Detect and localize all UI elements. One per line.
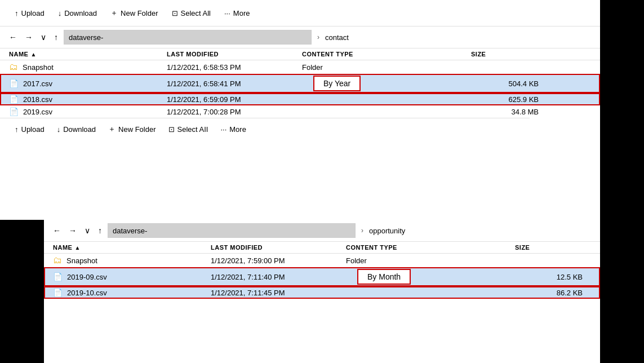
- upload-label-1: Upload: [21, 9, 45, 17]
- up-button-1[interactable]: ↑: [52, 32, 60, 43]
- col-modified-1[interactable]: LAST MODIFIED: [167, 51, 302, 57]
- select-all-button-inline[interactable]: ⊡ Select AII: [163, 122, 214, 137]
- address-bar-1: ← → ∨ ↑ › contact: [0, 26, 600, 48]
- file-icon: 📄: [9, 95, 19, 104]
- file-name-cell: 📄 2019.csv: [9, 107, 167, 116]
- folder-icon: 🗂: [53, 255, 62, 265]
- table-row[interactable]: 🗂 Snapshot 1/12/2021, 6:58:53 PM Folder: [0, 60, 600, 74]
- file-name: Snapshot: [23, 63, 54, 72]
- file-date: 1/12/2021, 7:11:45 PM: [211, 289, 346, 297]
- file-name-cell: 🗂 Snapshot: [53, 255, 211, 265]
- down-button-2[interactable]: ∨: [82, 225, 92, 236]
- file-name: 2019.csv: [23, 108, 52, 116]
- black-bar-bottom-right: [600, 220, 644, 363]
- file-name-cell: 📄 2019-10.csv: [53, 288, 211, 297]
- new-folder-label-1: New Folder: [121, 9, 158, 17]
- upload-icon-inline: ↑: [15, 125, 19, 134]
- new-folder-button-1[interactable]: ＋ New Folder: [105, 5, 163, 21]
- file-size: 12.5 KB: [515, 273, 583, 281]
- col-type-2[interactable]: CONTENT TYPE: [346, 244, 515, 251]
- path-input-2[interactable]: [108, 223, 356, 238]
- file-date: 1/12/2021, 6:59:09 PM: [167, 95, 302, 104]
- file-size: 34.8 MB: [471, 108, 539, 116]
- file-date: 1/12/2021, 6:58:41 PM: [167, 79, 302, 88]
- file-name: 2018.csv: [23, 95, 52, 104]
- table-row[interactable]: 📄 2019-09.csv 1/12/2021, 7:11:40 PM By M…: [44, 267, 600, 286]
- table-row[interactable]: 📄 2019.csv 1/12/2021, 7:00:28 PM 34.8 MB: [0, 105, 600, 118]
- more-label-1: More: [233, 9, 250, 17]
- col-name-2[interactable]: NAME ▲: [53, 244, 211, 251]
- file-name: Snapshot: [66, 256, 97, 265]
- file-icon: 📄: [9, 107, 19, 116]
- folder-icon: 🗂: [9, 62, 18, 72]
- forward-button-1[interactable]: →: [23, 32, 35, 43]
- table-row[interactable]: 📄 2018.csv 1/12/2021, 6:59:09 PM 625.9 K…: [0, 93, 600, 105]
- col-size-1[interactable]: SIZE: [471, 51, 539, 57]
- file-name-cell: 🗂 Snapshot: [9, 62, 167, 72]
- more-label-inline: More: [229, 125, 246, 134]
- download-icon-1: ↓: [58, 9, 62, 17]
- path-input-1[interactable]: [64, 30, 312, 45]
- download-button-1[interactable]: ↓ Download: [52, 6, 103, 21]
- file-name: 2019-10.csv: [67, 289, 107, 297]
- file-type: Folder: [302, 63, 471, 72]
- path-arrow-2: ›: [359, 227, 366, 234]
- file-size: 625.9 KB: [471, 95, 539, 104]
- file-type: By Year: [302, 76, 471, 91]
- more-icon-inline: ···: [220, 125, 226, 134]
- path-arrow-1: ›: [315, 33, 322, 41]
- back-button-1[interactable]: ←: [7, 32, 19, 43]
- file-type: By Month: [346, 269, 515, 285]
- more-button-1[interactable]: ··· More: [219, 6, 255, 21]
- file-size: 504.4 KB: [471, 79, 539, 88]
- file-list-1: 🗂 Snapshot 1/12/2021, 6:58:53 PM Folder …: [0, 60, 600, 220]
- table-row[interactable]: 📄 2019-10.csv 1/12/2021, 7:11:45 PM 86.2…: [44, 286, 600, 299]
- select-all-label-1: Select All: [181, 9, 211, 17]
- select-all-icon-inline: ⊡: [168, 125, 175, 134]
- col-type-1[interactable]: CONTENT TYPE: [302, 51, 471, 57]
- download-icon-inline: ↓: [57, 125, 61, 134]
- file-list-header-2: NAME ▲ LAST MODIFIED CONTENT TYPE SIZE: [44, 242, 600, 254]
- select-all-label-inline: Select AII: [177, 125, 208, 134]
- up-button-2[interactable]: ↑: [96, 225, 104, 236]
- upload-button-1[interactable]: ↑ Upload: [9, 6, 50, 21]
- upload-button-inline[interactable]: ↑ Upload: [9, 122, 50, 137]
- forward-button-2[interactable]: →: [66, 225, 79, 236]
- download-label-1: Download: [64, 9, 97, 17]
- sort-arrow-1: ▲: [30, 51, 36, 57]
- file-icon: 📄: [53, 288, 63, 297]
- new-folder-label-inline: New Folder: [118, 125, 156, 134]
- file-date: 1/12/2021, 7:59:00 PM: [211, 256, 346, 265]
- select-all-button-1[interactable]: ⊡ Select All: [166, 6, 216, 21]
- download-button-inline[interactable]: ↓ Download: [51, 122, 101, 137]
- black-bar-bottom-left: [0, 220, 44, 363]
- file-name: 2017.csv: [23, 79, 52, 88]
- toolbar-inline-2: ↑ Upload ↓ Download ＋ New Folder: [9, 118, 521, 138]
- table-row[interactable]: 📄 2017.csv 1/12/2021, 6:58:41 PM By Year…: [0, 74, 600, 93]
- file-icon: 📄: [53, 272, 63, 281]
- table-row[interactable]: 🗂 Snapshot 1/12/2021, 7:59:00 PM Folder: [44, 254, 600, 267]
- new-folder-icon-inline: ＋: [108, 124, 116, 134]
- file-date: 1/12/2021, 6:58:53 PM: [167, 63, 302, 72]
- col-size-2[interactable]: SIZE: [515, 244, 583, 251]
- path-opportunity-2: opportunity: [369, 227, 405, 235]
- more-button-inline[interactable]: ··· More: [215, 122, 251, 137]
- table-row-partial: ↑ Upload ↓ Download ＋ New Folder: [0, 118, 600, 138]
- file-icon: 📄: [9, 79, 19, 88]
- by-month-label: By Month: [357, 269, 411, 285]
- file-name: 2019-09.csv: [67, 273, 107, 281]
- file-date: 1/12/2021, 7:11:40 PM: [211, 273, 346, 281]
- file-date: 1/12/2021, 7:00:28 PM: [167, 108, 302, 116]
- file-list-2: 🗂 Snapshot 1/12/2021, 7:59:00 PM Folder …: [44, 254, 600, 363]
- select-all-icon-1: ⊡: [172, 9, 178, 17]
- back-button-2[interactable]: ←: [51, 225, 63, 236]
- down-button-1[interactable]: ∨: [38, 32, 48, 43]
- file-type: Folder: [346, 256, 515, 265]
- download-label-inline: Download: [63, 125, 96, 134]
- col-modified-2[interactable]: LAST MODIFIED: [211, 244, 346, 251]
- file-name-cell: 📄 2019-09.csv: [53, 272, 211, 281]
- col-name-1[interactable]: NAME ▲: [9, 51, 167, 57]
- upload-label-inline: Upload: [21, 125, 45, 134]
- file-size: 86.2 KB: [515, 289, 583, 297]
- new-folder-button-inline[interactable]: ＋ New Folder: [103, 121, 161, 138]
